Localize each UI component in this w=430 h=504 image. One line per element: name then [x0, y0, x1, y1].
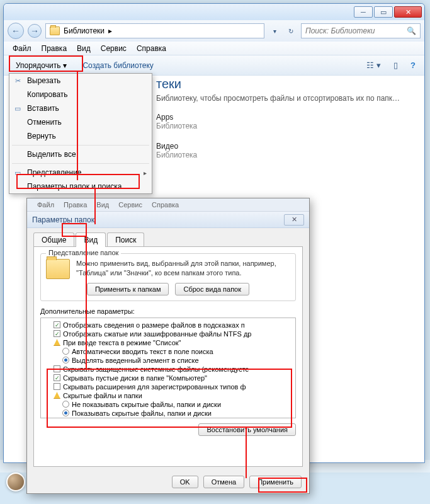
checkbox-icon: [54, 330, 60, 337]
tree-label: Скрывать расширения для зарегистрированн…: [63, 383, 246, 391]
view-options-button[interactable]: ☷ ▾: [363, 59, 385, 71]
folder-big-icon: [46, 259, 70, 279]
tree-row[interactable]: Скрывать пустые диски в папке "Компьютер…: [43, 374, 293, 382]
navbar: ← → Библиотеки ▸ ▾ ↻ 🔍: [4, 20, 424, 42]
search-box[interactable]: 🔍: [301, 23, 421, 38]
radio-icon: [62, 401, 69, 408]
cancel-button[interactable]: Отмена: [203, 476, 244, 488]
page-subtitle: Библиотеку, чтобы просмотреть файлы и от…: [156, 94, 419, 103]
tab-search[interactable]: Поиск: [107, 232, 144, 247]
reset-folders-button[interactable]: Сброс вида папок: [175, 283, 249, 295]
tree-label: Скрытые файлы и папки: [63, 392, 142, 399]
tree-label: Автоматически вводить текст в поле поиск…: [72, 348, 213, 355]
library-type: Библиотека: [156, 122, 419, 130]
tab-general[interactable]: Общие: [33, 232, 74, 247]
folder-icon: [50, 26, 60, 35]
address-arrow: ▸: [108, 26, 112, 35]
content-area: теки Библиотеку, чтобы просмотреть файлы…: [156, 77, 419, 171]
minimize-button[interactable]: ─: [354, 6, 373, 18]
tree-row[interactable]: Скрытые файлы и папки: [43, 391, 293, 400]
menu-view[interactable]: Вид: [72, 43, 96, 54]
address-text: Библиотеки: [64, 26, 105, 35]
close-button[interactable]: ✕: [394, 6, 422, 18]
tree-row[interactable]: Отображать сжатые или зашифрованные файл…: [43, 329, 293, 338]
menu-select-all[interactable]: Выделить все: [9, 147, 152, 161]
search-icon: 🔍: [407, 26, 416, 35]
refresh-button[interactable]: ↻: [285, 24, 297, 38]
tree-label: Отображать сжатые или зашифрованные файл…: [63, 330, 251, 338]
menu-redo[interactable]: Вернуть: [9, 129, 152, 143]
warning-icon: [54, 339, 60, 346]
maximize-button[interactable]: ▭: [374, 6, 393, 18]
warning-icon: [54, 392, 60, 399]
organize-dropdown: ✂Вырезать Копировать ▭Вставить Отменить …: [9, 73, 152, 194]
menu-copy[interactable]: Копировать: [9, 88, 152, 101]
folder-views-group: Представление папок Можно применить вид,…: [40, 253, 296, 301]
library-name: Apps: [156, 113, 419, 122]
create-library-link[interactable]: Создать библиотеку: [82, 61, 153, 70]
checkbox-icon: [54, 321, 60, 328]
fake-menubar: Файл Правка Вид Сервис Справка: [27, 198, 309, 212]
radio-icon: [62, 410, 69, 416]
apply-to-folders-button[interactable]: Применить к папкам: [87, 283, 169, 295]
apply-button[interactable]: Применить: [249, 476, 302, 488]
tab-view[interactable]: Вид: [76, 232, 106, 247]
tree-row[interactable]: Показывать скрытые файлы, папки и диски: [43, 409, 293, 418]
checkbox-icon: [54, 365, 60, 372]
organize-button[interactable]: Упорядочить ▾: [9, 59, 74, 72]
checkbox-icon: [54, 383, 60, 390]
advanced-label: Дополнительные параметры:: [40, 307, 296, 315]
tree-label: При вводе текста в режиме "Список": [63, 339, 181, 346]
titlebar: ─ ▭ ✕: [4, 4, 424, 20]
tree-row[interactable]: Автоматически вводить текст в поле поиск…: [43, 347, 293, 356]
paste-icon: ▭: [13, 104, 22, 113]
library-item[interactable]: Видео Библиотека: [156, 142, 419, 159]
nav-back-button[interactable]: ←: [8, 23, 24, 39]
search-input[interactable]: [305, 26, 407, 35]
dialog-close-button[interactable]: ✕: [284, 214, 304, 226]
menu-paste[interactable]: ▭Вставить: [9, 101, 152, 115]
tree-row[interactable]: Не показывать скрытые файлы, папки и дис…: [43, 400, 293, 409]
menu-folder-options[interactable]: Параметры папок и поиска: [9, 180, 152, 193]
menu-layout[interactable]: ▭Представление▸: [9, 166, 152, 180]
folder-options-dialog: Файл Правка Вид Сервис Справка Параметры…: [26, 198, 310, 494]
dialog-title: Параметры папок: [32, 215, 94, 224]
advanced-tree[interactable]: Отображать сведения о размере файлов в п…: [40, 318, 296, 418]
library-type: Библиотека: [156, 151, 419, 159]
avatar: [6, 472, 25, 491]
tabs: Общие Вид Поиск: [27, 228, 309, 246]
address-dropdown[interactable]: ▾: [268, 24, 281, 38]
menu-edit[interactable]: Правка: [37, 43, 72, 54]
menu-file[interactable]: Файл: [8, 43, 37, 54]
radio-icon: [62, 357, 69, 364]
library-name: Видео: [156, 142, 419, 151]
layout-icon: ▭: [13, 168, 22, 177]
menu-help[interactable]: Справка: [132, 43, 171, 54]
tree-label: Скрывать защищенные системные файлы (рек…: [63, 365, 249, 373]
library-item[interactable]: Apps Библиотека: [156, 113, 419, 130]
address-bar[interactable]: Библиотеки ▸: [45, 23, 264, 38]
menu-undo[interactable]: Отменить: [9, 115, 152, 129]
help-button[interactable]: ?: [407, 59, 419, 71]
tree-label: Скрывать пустые диски в папке "Компьютер…: [63, 374, 207, 382]
group-title: Представление папок: [46, 249, 121, 256]
ok-button[interactable]: OK: [172, 476, 198, 488]
page-title: теки: [156, 77, 419, 91]
preview-pane-button[interactable]: ▯: [390, 59, 402, 71]
cut-icon: ✂: [13, 76, 22, 85]
tab-body: Представление папок Можно применить вид,…: [33, 246, 303, 467]
dialog-titlebar: Параметры папок ✕: [27, 212, 309, 228]
tree-row[interactable]: Скрывать защищенные системные файлы (рек…: [43, 365, 293, 374]
nav-forward-button[interactable]: →: [28, 24, 42, 38]
chevron-right-icon: ▸: [144, 169, 147, 176]
chevron-down-icon: ▾: [63, 61, 67, 70]
menu-cut[interactable]: ✂Вырезать: [9, 74, 152, 88]
tree-row[interactable]: При вводе текста в режиме "Список": [43, 338, 293, 347]
menu-tools[interactable]: Сервис: [96, 43, 132, 54]
tree-label: Показывать скрытые файлы, папки и диски: [72, 410, 212, 417]
tree-label: Не показывать скрытые файлы, папки и дис…: [72, 401, 221, 408]
tree-row[interactable]: Выделять введенный элемент в списке: [43, 356, 293, 365]
tree-row[interactable]: Скрывать расширения для зарегистрированн…: [43, 382, 293, 391]
tree-row[interactable]: Отображать сведения о размере файлов в п…: [43, 321, 293, 329]
restore-defaults-button[interactable]: Восстановить умолчания: [198, 423, 296, 436]
